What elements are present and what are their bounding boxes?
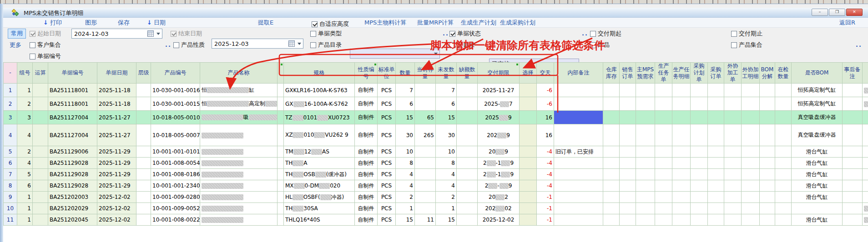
cell-current-stock[interactable]: 65 <box>415 111 436 124</box>
cell-is-bom[interactable]: 滑台气缸 <box>792 169 843 180</box>
column-header-prod-task-detail[interactable]: 生产任务明细 <box>672 63 691 84</box>
cell-level[interactable] <box>136 158 151 169</box>
cell-shortage-qty[interactable] <box>457 180 478 192</box>
cell-purchase-order[interactable] <box>708 169 724 180</box>
cell-doc-date[interactable]: 2025-12-02 <box>97 203 136 214</box>
cell-warehouse-stock[interactable] <box>603 111 620 124</box>
table-row[interactable]: 64BA2511290282025-11-2910-001-008-0054TH… <box>4 158 868 169</box>
cell-outsource-detail[interactable] <box>742 214 760 226</box>
cell-product-name[interactable] <box>200 124 278 146</box>
cell-is-bom[interactable]: 滑台气缸 <box>792 180 843 192</box>
cell-prod-task[interactable] <box>655 192 672 203</box>
cell-unit[interactable]: PCS <box>378 214 396 226</box>
cell-unshipped-qty[interactable]: 15 <box>436 111 457 124</box>
cell-sales-order[interactable] <box>620 84 636 97</box>
cell-current-stock[interactable] <box>415 84 436 97</box>
column-header-spec[interactable]: 规格 <box>284 63 355 84</box>
cell-internal-note[interactable] <box>554 192 603 203</box>
cell-current-stock[interactable]: 265 <box>415 124 436 146</box>
product-nature-checkbox[interactable] <box>173 42 179 48</box>
cell-internal-note[interactable]: 旧订单，已安排 <box>554 146 603 158</box>
cell-row-number[interactable]: 9 <box>4 192 17 203</box>
column-header-after-note[interactable]: 事后备注 <box>843 63 863 84</box>
cell-is-bom[interactable] <box>792 203 843 214</box>
cell-internal-note[interactable] <box>554 214 603 226</box>
print-button[interactable]: ↓ 打印 <box>43 19 62 27</box>
cell-purchase-order[interactable] <box>708 203 724 214</box>
cell-gap-col[interactable] <box>278 203 284 214</box>
chevron-down-icon[interactable] <box>298 43 301 45</box>
cell-warehouse-stock[interactable] <box>603 192 620 203</box>
cell-sales-order[interactable] <box>620 158 636 169</box>
cell-prod-task[interactable] <box>655 158 672 169</box>
cell-qty[interactable]: 6 <box>396 97 415 111</box>
cell-extra[interactable] <box>863 111 868 124</box>
cell-product-code[interactable]: 10-001-008-0022 <box>151 214 200 226</box>
graphic-button[interactable]: 图形 <box>85 19 97 27</box>
cell-unshipped-qty[interactable]: 8 <box>436 158 457 169</box>
cell-unshipped-qty[interactable]: 4 <box>436 169 457 180</box>
cell-purchase-order[interactable] <box>708 180 724 192</box>
cell-deliver-date[interactable]: 2-19 <box>478 158 520 169</box>
cell-bom-explode[interactable] <box>760 124 775 146</box>
column-header-unshipped-qty[interactable]: 未发数量 <box>436 63 457 84</box>
cell-doc-no[interactable]: BA251202045 <box>48 214 97 226</box>
column-header-unit[interactable]: 标准单位 <box>378 63 396 84</box>
cell-main-mps-demand[interactable] <box>636 84 655 97</box>
cell-qty[interactable]: 2 <box>396 192 415 203</box>
cell-product-code[interactable]: 10-001-009-0280 <box>151 192 200 203</box>
cell-after-note[interactable] <box>843 180 863 192</box>
cell-internal-note[interactable] <box>554 97 603 111</box>
cell-select[interactable] <box>520 169 537 180</box>
cell-extra[interactable] <box>863 180 868 192</box>
cell-inspect-qty[interactable] <box>775 214 792 226</box>
cell-unit[interactable]: PCS <box>378 146 396 158</box>
cell-after-note[interactable] <box>843 169 863 180</box>
cell-calc[interactable] <box>33 158 48 169</box>
cell-purchase-plan[interactable] <box>691 214 708 226</box>
cell-shortage-qty[interactable] <box>457 84 478 97</box>
cell-is-bom[interactable]: 恒拓高定制气缸 <box>792 84 843 97</box>
cell-purchase-plan[interactable] <box>691 203 708 214</box>
cell-spec[interactable]: HLOSBF(冲器) <box>284 192 355 203</box>
cell-prod-task-detail[interactable] <box>672 214 691 226</box>
cell-nature[interactable]: 自制件 <box>355 97 378 111</box>
cell-prod-task[interactable] <box>655 111 672 124</box>
cell-inspect-qty[interactable] <box>775 158 792 169</box>
cell-qty[interactable]: 1 <box>396 203 415 214</box>
cell-outsource-order[interactable] <box>724 146 742 158</box>
cell-qty[interactable]: 4 <box>396 169 415 180</box>
cell-select[interactable] <box>520 111 537 124</box>
cell-inspect-qty[interactable] <box>775 124 792 146</box>
cell-qty[interactable]: 30 <box>396 124 415 146</box>
cell-current-stock[interactable] <box>415 203 436 214</box>
cell-prod-task-detail[interactable] <box>672 203 691 214</box>
cell-deliver-date[interactable]: 2-19 <box>478 169 520 180</box>
cell-doc-no[interactable]: BA251127004 <box>48 111 97 124</box>
cell-shortage-qty[interactable] <box>457 146 478 158</box>
common-tab-button[interactable]: 常用 <box>8 29 26 39</box>
column-header-bom-explode[interactable]: BOM分解 <box>760 63 775 84</box>
column-header-select[interactable]: 选择 <box>520 63 537 84</box>
cell-sales-order[interactable] <box>620 111 636 124</box>
cell-unit[interactable]: PCS <box>378 180 396 192</box>
cell-outsource-detail[interactable] <box>742 158 760 169</box>
column-header-inspect-qty[interactable]: 在检数量 <box>775 63 792 84</box>
cell-doc-no[interactable]: BA251118001 <box>48 84 97 97</box>
cell-unit[interactable]: PCS <box>378 97 396 111</box>
cell-doc-date[interactable]: 2025-11-27 <box>97 111 136 124</box>
cell-warehouse-stock[interactable] <box>603 180 620 192</box>
cell-bom-explode[interactable] <box>760 111 775 124</box>
cell-overdue-days[interactable]: -4 <box>537 158 554 169</box>
column-header-nature[interactable]: 性质编号 <box>355 63 378 84</box>
cell-bom-explode[interactable] <box>760 97 775 111</box>
column-header-calc[interactable]: 运算 <box>33 63 48 84</box>
cell-doc-date[interactable]: 2025-11-29 <box>97 158 136 169</box>
cell-unshipped-qty[interactable]: 4 <box>436 180 457 192</box>
cell-prod-task-detail[interactable] <box>672 84 691 97</box>
cell-product-code[interactable]: 10-001-001-2340 <box>151 180 200 192</box>
cell-after-note[interactable] <box>843 124 863 146</box>
cell-purchase-order[interactable] <box>708 97 724 111</box>
cell-unit[interactable]: PCS <box>378 84 396 97</box>
cell-shortage-qty[interactable] <box>457 124 478 146</box>
